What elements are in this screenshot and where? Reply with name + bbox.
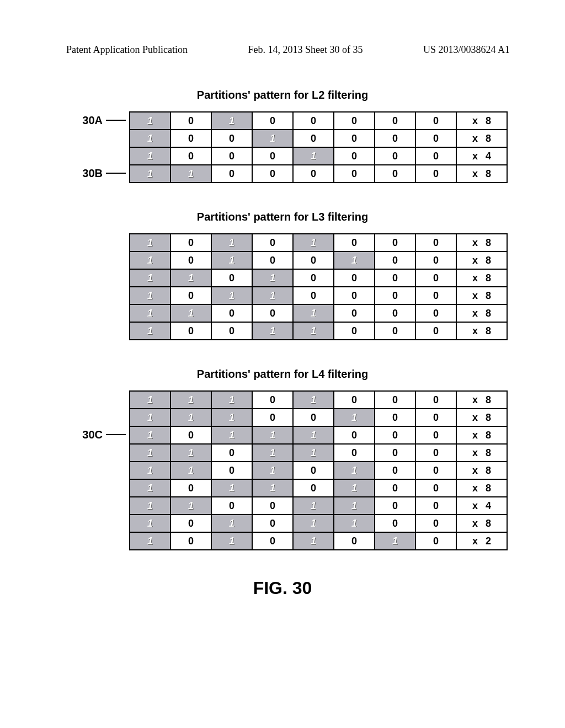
callout-spacer bbox=[57, 286, 129, 304]
pattern-cell: 0 bbox=[170, 479, 211, 497]
pattern-cell: 0 bbox=[375, 269, 415, 287]
pattern-cell: 0 bbox=[293, 112, 334, 130]
pattern-cell: 1 bbox=[130, 444, 170, 462]
callout-spacer bbox=[57, 443, 129, 461]
multiplier-x: x bbox=[472, 325, 478, 337]
row-callout: 30B bbox=[57, 164, 129, 182]
pattern-cell: 0 bbox=[252, 409, 293, 426]
pattern-cell: 0 bbox=[334, 147, 375, 165]
table-row: 10100000x8 bbox=[130, 112, 507, 130]
pattern-cell: 0 bbox=[211, 269, 252, 287]
pattern-cell: 0 bbox=[375, 444, 415, 462]
pattern-cell: 0 bbox=[334, 532, 375, 550]
pattern-cell: 0 bbox=[252, 532, 293, 550]
table-area: 30C11101000x811100100x810111000x81101100… bbox=[33, 390, 532, 550]
multiplier-value: 8 bbox=[486, 272, 491, 284]
header-center: Feb. 14, 2013 Sheet 30 of 35 bbox=[248, 44, 363, 56]
pattern-cell: 0 bbox=[415, 304, 456, 322]
multiplier-cell: x2 bbox=[456, 532, 507, 550]
pattern-cell: 0 bbox=[293, 409, 334, 426]
multiplier-value: 2 bbox=[486, 536, 491, 547]
pattern-cell: 0 bbox=[415, 269, 456, 287]
pattern-cell: 1 bbox=[293, 426, 334, 444]
multiplier-x: x bbox=[472, 394, 478, 406]
row-callout: 30C bbox=[57, 426, 129, 443]
multiplier-value: 8 bbox=[486, 237, 491, 249]
pattern-cell: 0 bbox=[293, 130, 334, 147]
callout-spacer bbox=[57, 251, 129, 269]
pattern-cell: 0 bbox=[252, 391, 293, 409]
callout-spacer bbox=[57, 304, 129, 322]
pattern-cell: 1 bbox=[170, 304, 211, 322]
pattern-cell: 1 bbox=[130, 147, 170, 165]
table-row: 10101000x8 bbox=[130, 234, 507, 251]
table-row: 11001000x8 bbox=[130, 304, 507, 322]
multiplier-cell: x8 bbox=[456, 322, 507, 340]
multiplier-value: 8 bbox=[486, 290, 491, 302]
pattern-cell: 1 bbox=[293, 444, 334, 462]
pattern-cell: 1 bbox=[170, 269, 211, 287]
pattern-cell: 1 bbox=[130, 165, 170, 183]
pattern-cell: 0 bbox=[170, 130, 211, 147]
multiplier-cell: x8 bbox=[456, 426, 507, 444]
multiplier-cell: x8 bbox=[456, 304, 507, 322]
multiplier-value: 8 bbox=[486, 518, 491, 529]
pattern-cell: 1 bbox=[334, 462, 375, 479]
multiplier-value: 8 bbox=[486, 430, 491, 441]
multiplier-cell: x8 bbox=[456, 409, 507, 426]
pattern-cell: 0 bbox=[252, 304, 293, 322]
pattern-cell: 0 bbox=[293, 479, 334, 497]
multiplier-x: x bbox=[472, 447, 478, 459]
pattern-cell: 1 bbox=[130, 479, 170, 497]
callout-column: 30A30B bbox=[57, 111, 129, 182]
pattern-cell: 0 bbox=[375, 147, 415, 165]
section-title: Partitions' pattern for L3 filtering bbox=[33, 211, 532, 223]
callout-label: 30C bbox=[82, 429, 103, 441]
pattern-cell: 0 bbox=[211, 444, 252, 462]
callout-spacer bbox=[57, 269, 129, 286]
multiplier-x: x bbox=[472, 133, 478, 144]
table-row: 10001000x4 bbox=[130, 147, 507, 165]
multiplier-x: x bbox=[472, 151, 478, 162]
table-row: 10010000x8 bbox=[130, 130, 507, 147]
pattern-cell: 1 bbox=[252, 322, 293, 340]
multiplier-value: 4 bbox=[486, 151, 491, 162]
pattern-cell: 0 bbox=[375, 426, 415, 444]
pattern-cell: 0 bbox=[375, 234, 415, 251]
pattern-cell: 0 bbox=[415, 165, 456, 183]
pattern-cell: 0 bbox=[415, 112, 456, 130]
pattern-cell: 1 bbox=[211, 287, 252, 304]
pattern-cell: 0 bbox=[170, 426, 211, 444]
pattern-cell: 0 bbox=[415, 130, 456, 147]
multiplier-cell: x8 bbox=[456, 130, 507, 147]
callout-label: 30B bbox=[82, 167, 103, 180]
table-row: 10101010x2 bbox=[130, 532, 507, 550]
pattern-cell: 0 bbox=[293, 462, 334, 479]
pattern-cell: 0 bbox=[334, 322, 375, 340]
pattern-cell: 0 bbox=[375, 165, 415, 183]
callout-spacer bbox=[57, 322, 129, 339]
multiplier-x: x bbox=[472, 115, 478, 127]
figure-label: FIG. 30 bbox=[33, 578, 532, 598]
pattern-cell: 1 bbox=[130, 391, 170, 409]
multiplier-value: 8 bbox=[486, 255, 491, 266]
pattern-cell: 1 bbox=[130, 130, 170, 147]
pattern-cell: 1 bbox=[130, 462, 170, 479]
pattern-cell: 1 bbox=[252, 479, 293, 497]
multiplier-cell: x8 bbox=[456, 444, 507, 462]
table-area: 30A30B10100000x810010000x810001000x41100… bbox=[33, 111, 532, 183]
multiplier-value: 8 bbox=[486, 168, 491, 180]
pattern-cell: 0 bbox=[334, 444, 375, 462]
pattern-cell: 1 bbox=[293, 322, 334, 340]
pattern-cell: 0 bbox=[415, 234, 456, 251]
pattern-cell: 0 bbox=[415, 147, 456, 165]
multiplier-value: 8 bbox=[486, 133, 491, 144]
multiplier-x: x bbox=[472, 430, 478, 441]
pattern-cell: 1 bbox=[170, 165, 211, 183]
sections: Partitions' pattern for L2 filtering30A3… bbox=[33, 89, 532, 550]
pattern-cell: 0 bbox=[252, 147, 293, 165]
pattern-cell: 0 bbox=[334, 165, 375, 183]
pattern-cell: 0 bbox=[211, 462, 252, 479]
callout-label: 30A bbox=[82, 114, 103, 127]
pattern-cell: 1 bbox=[252, 269, 293, 287]
